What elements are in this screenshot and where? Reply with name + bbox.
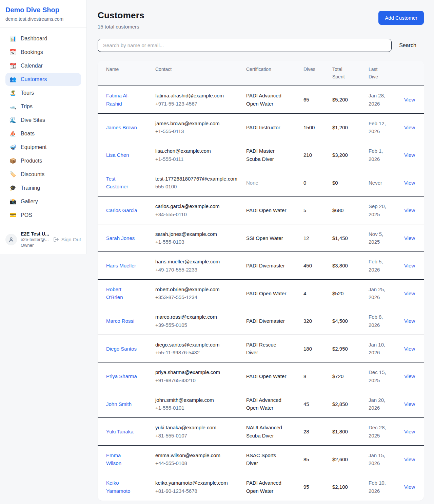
table-row-lisa-chen: Lisa Chen lisa.chen@example.com +1-555-0… bbox=[98, 141, 424, 169]
customer-total-spent: $2,950 bbox=[332, 345, 369, 353]
search-button[interactable]: Search bbox=[392, 42, 424, 49]
search-row: Search bbox=[98, 39, 424, 52]
customer-certification: BSAC Sports Diver bbox=[246, 451, 288, 467]
customer-certification: PADI Instructor bbox=[246, 124, 280, 131]
sidebar-item-trips[interactable]: 🛥️ Trips bbox=[5, 100, 81, 113]
customer-total-spent: $1,450 bbox=[332, 234, 369, 242]
customer-email: lisa.chen@example.com bbox=[155, 147, 241, 155]
customer-name-link[interactable]: Hans Mueller bbox=[106, 262, 136, 269]
sidebar-item-equipment[interactable]: 🤿 Equipment bbox=[5, 141, 81, 154]
table-row-priya-sharma: Priya Sharma priya.sharma@example.com +9… bbox=[98, 362, 424, 390]
view-link[interactable]: View bbox=[404, 401, 415, 407]
customer-name-link[interactable]: Sarah Jones bbox=[106, 234, 135, 242]
customer-name-link[interactable]: Keiko Yamamoto bbox=[106, 479, 137, 495]
customer-count: 15 total customers bbox=[98, 24, 144, 30]
customer-last-dive: Nov 5, 2025 bbox=[369, 230, 391, 246]
user-role: Owner bbox=[21, 243, 49, 248]
customer-name-link[interactable]: Yuki Tanaka bbox=[106, 428, 134, 435]
sidebar-item-customers[interactable]: 👥 Customers bbox=[5, 73, 81, 86]
sidebar-item-dive-sites[interactable]: 🌊 Dive Sites bbox=[5, 114, 81, 127]
customer-dives: 180 bbox=[303, 345, 332, 353]
customer-name-link[interactable]: Emma Wilson bbox=[106, 451, 137, 467]
customer-contact: fatima.alrashid@example.com +971-55-123-… bbox=[155, 92, 246, 108]
add-customer-button[interactable]: Add Customer bbox=[378, 11, 424, 25]
customer-last-dive: Sep 20, 2025 bbox=[369, 202, 391, 218]
customer-name-link[interactable]: James Brown bbox=[106, 124, 137, 131]
view-link[interactable]: View bbox=[404, 97, 415, 102]
view-link[interactable]: View bbox=[404, 180, 415, 186]
customer-contact: john.smith@example.com +1-555-0101 bbox=[155, 396, 246, 412]
view-link[interactable]: View bbox=[404, 263, 415, 268]
customer-name-link[interactable]: Test Customer bbox=[106, 175, 137, 191]
customer-phone: 555-0100 bbox=[155, 183, 241, 190]
customer-name-link[interactable]: Marco Rossi bbox=[106, 317, 134, 325]
customer-name-link[interactable]: Lisa Chen bbox=[106, 151, 129, 159]
customer-name-link[interactable]: Fatima Al-Rashid bbox=[106, 92, 137, 108]
customer-contact: diego.santos@example.com +55-11-99876-54… bbox=[155, 341, 246, 357]
sidebar-item-dashboard[interactable]: 📊 Dashboard bbox=[5, 32, 81, 45]
wave-icon: 🌊 bbox=[9, 117, 16, 123]
person-icon bbox=[8, 236, 15, 243]
customer-total-spent: $2,600 bbox=[332, 455, 369, 463]
sidebar-item-pos[interactable]: 💳 POS bbox=[5, 209, 81, 222]
customer-total-spent: $720 bbox=[332, 372, 369, 380]
view-link[interactable]: View bbox=[404, 318, 415, 324]
customer-dives: 85 bbox=[303, 455, 332, 463]
customer-email: fatima.alrashid@example.com bbox=[155, 92, 241, 99]
customer-email: yuki.tanaka@example.com bbox=[155, 424, 241, 431]
customer-certification: PADI Divemaster bbox=[246, 317, 285, 325]
sidebar-item-bookings[interactable]: 📅 Bookings bbox=[5, 46, 81, 59]
diving-mask-icon: 🤿 bbox=[9, 145, 16, 150]
sidebar-item-boats[interactable]: ⛵ Boats bbox=[5, 127, 81, 140]
customer-total-spent: $1,800 bbox=[332, 428, 369, 435]
customer-name-link[interactable]: Robert O'Brien bbox=[106, 285, 137, 301]
customer-certification: PADI Advanced Open Water bbox=[246, 479, 288, 495]
view-link[interactable]: View bbox=[404, 346, 415, 352]
column-header-contact: Contact bbox=[155, 66, 246, 80]
view-link[interactable]: View bbox=[404, 429, 415, 434]
view-link[interactable]: View bbox=[404, 456, 415, 462]
customer-dives: 95 bbox=[303, 483, 332, 491]
customer-contact: lisa.chen@example.com +1-555-0111 bbox=[155, 147, 246, 163]
sidebar-item-calendar[interactable]: 📆 Calendar bbox=[5, 59, 81, 72]
customer-contact: james.brown@example.com +1-555-0113 bbox=[155, 119, 246, 135]
sidebar-item-training[interactable]: 🎓 Training bbox=[5, 182, 81, 194]
sidebar-item-label: Products bbox=[21, 158, 42, 164]
tag-icon: 🏷️ bbox=[9, 172, 16, 177]
sidebar-item-label: Tours bbox=[21, 90, 34, 96]
customer-name-link[interactable]: John Smith bbox=[106, 400, 132, 408]
customer-certification: PADI Master Scuba Diver bbox=[246, 147, 288, 163]
view-link[interactable]: View bbox=[404, 152, 415, 158]
user-section: E2E Test U... e2e-tester@... Owner Sign … bbox=[0, 226, 86, 254]
sidebar-item-products[interactable]: 📦 Products bbox=[5, 154, 81, 167]
view-link[interactable]: View bbox=[404, 291, 415, 296]
view-link[interactable]: View bbox=[404, 125, 415, 130]
sign-out-button[interactable]: Sign Out bbox=[53, 237, 81, 242]
customer-phone: +1-555-0101 bbox=[155, 404, 241, 412]
customer-certification: PADI Divemaster bbox=[246, 262, 285, 269]
customer-phone: +39-555-0105 bbox=[155, 321, 241, 329]
table-row-emma-wilson: Emma Wilson emma.wilson@example.com +44-… bbox=[98, 446, 424, 473]
view-link[interactable]: View bbox=[404, 235, 415, 241]
column-header-actions bbox=[399, 66, 424, 80]
customer-name-link[interactable]: Carlos Garcia bbox=[106, 206, 137, 214]
view-link[interactable]: View bbox=[404, 484, 415, 490]
view-link[interactable]: View bbox=[404, 373, 415, 379]
customer-name-link[interactable]: Priya Sharma bbox=[106, 372, 137, 380]
table-row-keiko-yamamoto: Keiko Yamamoto keiko.yamamoto@example.co… bbox=[98, 473, 424, 501]
customer-total-spent: $3,800 bbox=[332, 262, 369, 269]
sidebar-item-discounts[interactable]: 🏷️ Discounts bbox=[5, 168, 81, 181]
people-icon: 👥 bbox=[9, 77, 16, 82]
table-row-yuki-tanaka: Yuki Tanaka yuki.tanaka@example.com +81-… bbox=[98, 418, 424, 446]
customer-phone: +55-11-99876-5432 bbox=[155, 349, 241, 356]
sidebar-item-tours[interactable]: 🏝️ Tours bbox=[5, 87, 81, 99]
sidebar-item-label: Training bbox=[21, 185, 40, 191]
customer-total-spent: $5,200 bbox=[332, 96, 369, 104]
search-input[interactable] bbox=[98, 39, 392, 52]
customer-name-link[interactable]: Diego Santos bbox=[106, 345, 137, 353]
island-icon: 🏝️ bbox=[9, 90, 16, 96]
sidebar-item-gallery[interactable]: 📸 Gallery bbox=[5, 195, 81, 208]
customer-total-spent: $520 bbox=[332, 290, 369, 297]
customer-phone: +34-555-0110 bbox=[155, 210, 241, 218]
view-link[interactable]: View bbox=[404, 207, 415, 213]
